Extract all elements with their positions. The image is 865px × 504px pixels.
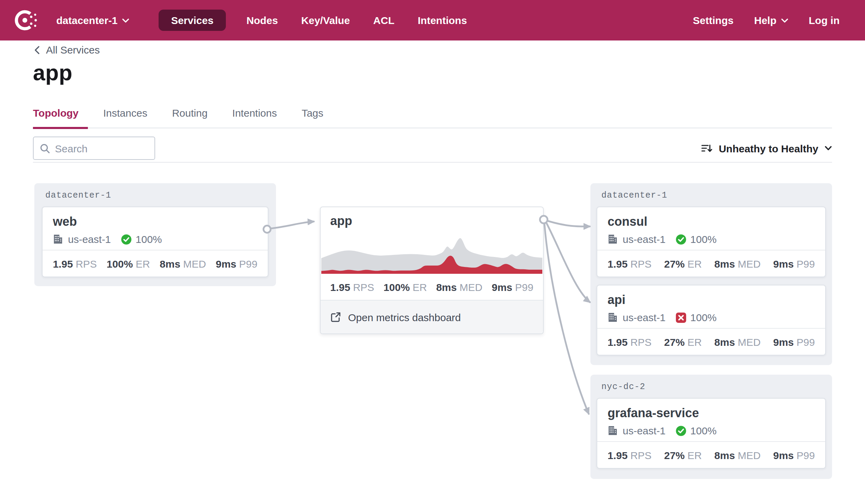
stat-label: RPS [76, 258, 97, 269]
search-icon [40, 143, 50, 154]
navbar-right: Settings Help Log in [683, 14, 850, 26]
consul-topology-page: datacenter-1 Services Nodes Key/Value AC… [0, 0, 865, 504]
tab-routing[interactable]: Routing [172, 107, 217, 128]
wire-app-to-grafana [544, 224, 589, 414]
instance-group-label: us-east-1 [623, 233, 666, 245]
service-stats-row: 1.95RPS 27%ER 8msMED 9msP99 [597, 328, 825, 355]
health-percentage: 100% [690, 312, 717, 323]
stat-value: 27% [664, 336, 685, 348]
service-subrow: us-east-1 100% [608, 425, 815, 436]
search-box [33, 137, 155, 160]
datacenter-label: nyc-dc-2 [601, 382, 645, 392]
building-icon [608, 312, 618, 323]
service-stats-row: 1.95RPS 27%ER 8msMED 9msP99 [597, 441, 825, 468]
breadcrumb-label: All Services [46, 44, 100, 56]
service-card-header: api us-east-1 100% [597, 285, 825, 323]
nav-item-intentions[interactable]: Intentions [418, 14, 467, 26]
chevron-down-icon [824, 145, 832, 151]
nav-item-help[interactable]: Help [754, 14, 788, 26]
nav-item-login[interactable]: Log in [809, 14, 840, 26]
consul-logo-icon[interactable] [14, 8, 39, 33]
stat-value: 100% [383, 281, 410, 293]
stat-label: P99 [515, 281, 533, 293]
service-card-header: grafana-service us-east-1 100% [597, 399, 825, 436]
service-card-web[interactable]: web us-east-1 100% 1.95RPS 100%ER 8msMED… [42, 207, 268, 277]
service-card-api[interactable]: api us-east-1 100% 1.95RPS 27%ER 8msMED … [597, 285, 826, 355]
chevron-down-icon [122, 17, 129, 23]
search-input[interactable] [34, 137, 154, 159]
health-check-icon [675, 234, 686, 245]
sort-dropdown[interactable]: Unheathy to Healthy [701, 137, 832, 160]
datacenter-selector[interactable]: datacenter-1 [56, 14, 129, 26]
stat-value: 1.95 [53, 258, 73, 269]
stat-label: MED [738, 336, 761, 348]
nav-item-key-value[interactable]: Key/Value [301, 14, 350, 26]
stat-value: 1.95 [608, 336, 627, 348]
stat-value: 1.95 [330, 281, 350, 293]
service-subrow: us-east-1 100% [53, 233, 257, 245]
instance-group-label: us-east-1 [623, 425, 666, 436]
stat-label: MED [738, 258, 761, 269]
instance-group-label: us-east-1 [623, 312, 666, 323]
service-card-grafana-service[interactable]: grafana-service us-east-1 100% 1.95RPS 2… [597, 398, 826, 469]
service-card-consul[interactable]: consul us-east-1 100% 1.95RPS 27%ER 8msM… [597, 207, 826, 277]
instance-group-label: us-east-1 [68, 233, 111, 245]
root-service-name: app [321, 207, 543, 228]
stat-label: ER [413, 281, 427, 293]
stat-label: RPS [630, 449, 651, 461]
stat-label: P99 [797, 258, 815, 269]
service-stats-row: 1.95RPS 100%ER 8msMED 9msP99 [43, 250, 268, 277]
stat-label: P99 [797, 449, 815, 461]
health-check-icon [120, 234, 131, 245]
chevron-down-icon [781, 17, 788, 23]
stat-label: MED [183, 258, 206, 269]
nav-item-settings[interactable]: Settings [693, 14, 734, 26]
downstream-datacenter-box: datacenter-1 consul us-east-1 100% 1.95R… [590, 183, 832, 365]
stat-value: 9ms [773, 449, 794, 461]
wire-app-to-api [546, 223, 590, 303]
stat-value: 27% [664, 449, 685, 461]
tab-tags[interactable]: Tags [302, 107, 333, 128]
open-metrics-dashboard-link[interactable]: Open metrics dashboard [321, 300, 543, 333]
stat-value: 9ms [492, 281, 512, 293]
stat-label: P99 [797, 336, 815, 348]
stat-value: 100% [107, 258, 133, 269]
stat-label: RPS [353, 281, 374, 293]
help-label: Help [754, 14, 776, 26]
stat-value: 1.95 [608, 258, 627, 269]
tab-topology[interactable]: Topology [33, 107, 88, 128]
sort-icon [701, 143, 713, 154]
stat-label: ER [688, 336, 702, 348]
datacenter-label: datacenter-1 [601, 191, 667, 200]
stat-value: 8ms [714, 449, 735, 461]
nav-item-acl[interactable]: ACL [373, 14, 394, 26]
health-percentage: 100% [136, 233, 162, 245]
stat-value: 8ms [436, 281, 457, 293]
service-card-header: web us-east-1 100% [43, 207, 268, 245]
nav-item-services[interactable]: Services [159, 10, 226, 31]
building-icon [608, 234, 618, 244]
sort-label: Unheathy to Healthy [719, 142, 818, 154]
stat-value: 9ms [216, 258, 237, 269]
health-percentage: 100% [690, 233, 717, 245]
nav-item-nodes[interactable]: Nodes [246, 14, 278, 26]
wire-app-to-consul [548, 221, 590, 226]
service-stats-row: 1.95RPS 27%ER 8msMED 9msP99 [597, 250, 825, 277]
stat-value: 9ms [773, 336, 794, 348]
navbar-left: datacenter-1 Services Nodes Key/Value AC… [14, 8, 478, 33]
open-metrics-dashboard-label: Open metrics dashboard [348, 311, 461, 323]
tab-intentions[interactable]: Intentions [232, 107, 287, 128]
stat-value: 9ms [773, 258, 794, 269]
stat-value: 27% [664, 258, 685, 269]
wire-web-to-app [270, 222, 314, 228]
health-check-icon [675, 425, 686, 436]
service-card-header: consul us-east-1 100% [597, 207, 825, 245]
stat-label: ER [688, 258, 702, 269]
toolbar-divider [33, 162, 832, 163]
service-name: consul [608, 214, 815, 230]
stat-value: 1.95 [608, 449, 627, 461]
tab-instances[interactable]: Instances [103, 107, 157, 128]
root-service-card-app: app 1.95RPS 100%ER 8msMED 9msP99 Open me… [320, 207, 544, 334]
stat-label: ER [136, 258, 150, 269]
breadcrumb[interactable]: All Services [34, 44, 100, 56]
